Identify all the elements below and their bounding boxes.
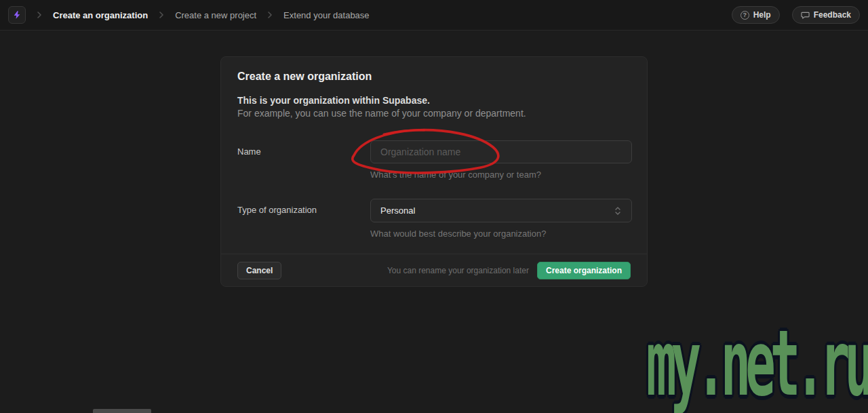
speech-bubble-icon [801, 11, 810, 20]
name-field-row: Name What’s the name of your company or … [237, 140, 631, 180]
card-description-detail: For example, you can use the name of you… [237, 107, 631, 120]
type-helper-text: What would best describe your organizati… [370, 229, 632, 239]
help-button[interactable]: ? Help [732, 6, 780, 24]
card-title: Create a new organization [237, 71, 631, 83]
feedback-button-label: Feedback [814, 10, 851, 20]
name-field-label: Name [237, 140, 370, 180]
card-description: This is your organization within Supabas… [237, 94, 631, 120]
cancel-button[interactable]: Cancel [237, 262, 281, 279]
breadcrumb-separator-icon [159, 12, 164, 18]
create-organization-card: Create a new organization This is your o… [220, 56, 648, 287]
breadcrumb-separator-icon [37, 12, 42, 18]
breadcrumb-create-project[interactable]: Create a new project [175, 10, 256, 20]
organization-name-input[interactable] [370, 140, 632, 163]
create-organization-button[interactable]: Create organization [537, 262, 631, 279]
help-button-label: Help [753, 10, 771, 20]
type-field-label: Type of organization [237, 199, 370, 239]
name-helper-text: What’s the name of your company or team? [370, 170, 632, 180]
supabase-logo[interactable] [8, 6, 26, 24]
watermark-text: my.net.ru [646, 311, 868, 413]
organization-type-select[interactable]: Personal [370, 199, 632, 222]
organization-type-value: Personal [380, 205, 415, 216]
card-footer: Cancel You can rename your organization … [221, 254, 647, 286]
breadcrumb-create-organization[interactable]: Create an organization [53, 10, 148, 20]
rename-note: You can rename your organization later [387, 266, 529, 275]
card-description-bold: This is your organization within Supabas… [237, 94, 631, 107]
breadcrumb-separator-icon [267, 12, 273, 18]
help-circle-icon: ? [741, 11, 749, 20]
chevron-up-down-icon [614, 205, 622, 216]
feedback-button[interactable]: Feedback [792, 6, 860, 24]
horizontal-scrollbar-thumb[interactable] [93, 409, 151, 413]
zap-icon [12, 10, 22, 20]
type-field-row: Type of organization Personal What would… [237, 199, 631, 239]
app-header: Create an organization Create a new proj… [0, 0, 868, 31]
breadcrumb-extend-database[interactable]: Extend your database [283, 10, 369, 20]
